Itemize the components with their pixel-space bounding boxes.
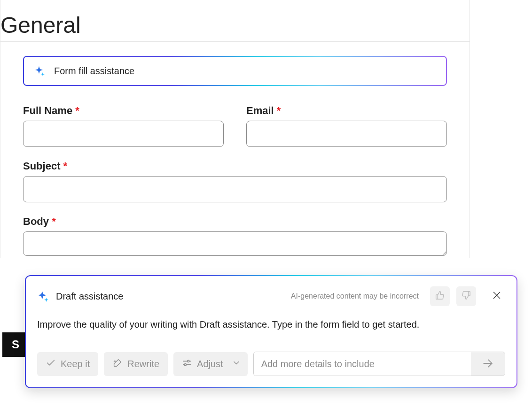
required-star: * [75,105,79,116]
required-star: * [63,160,68,172]
email-label: Email * [246,105,281,117]
ai-disclaimer: AI-generated content may be incorrect [291,292,419,300]
close-button[interactable] [488,288,505,305]
required-star: * [277,105,281,116]
sparkle-icon [37,290,49,302]
adjust-label: Adjust [197,359,223,369]
thumbs-down-icon [461,290,471,302]
body-label: Body * [23,215,56,228]
draft-assistance-title: Draft assistance [56,291,123,302]
email-input[interactable] [246,121,447,147]
send-button[interactable] [471,352,505,376]
subject-label: Subject * [23,160,67,172]
page-title: General [0,0,469,42]
sparkle-icon [34,65,46,77]
full-name-label: Full Name * [23,105,79,117]
email-label-text: Email [246,105,274,116]
rewrite-label: Rewrite [127,359,159,369]
required-star: * [52,215,56,227]
adjust-button[interactable]: Adjust [173,352,248,376]
checkmark-icon [46,358,56,370]
body-textarea[interactable] [23,231,447,256]
add-details-input[interactable] [254,352,471,376]
close-icon [492,291,501,302]
thumbs-up-icon [435,290,445,302]
chevron-down-icon [232,358,241,370]
thumbs-up-button[interactable] [430,286,450,306]
form-fill-assistance-label: Form fill assistance [54,66,134,77]
svg-point-3 [188,360,189,362]
rewrite-icon [112,358,123,370]
svg-point-5 [184,363,186,365]
draft-description: Improve the quality of your writing with… [37,319,505,330]
keep-it-label: Keep it [61,359,90,369]
form-fill-assistance-banner[interactable]: Form fill assistance [23,56,447,86]
full-name-input[interactable] [23,121,224,147]
thumbs-down-button[interactable] [456,286,476,306]
draft-assistance-panel: Draft assistance AI-generated content ma… [25,275,517,388]
keep-it-button[interactable]: Keep it [37,352,98,376]
subject-label-text: Subject [23,160,60,172]
subject-input[interactable] [23,176,447,202]
rewrite-button[interactable]: Rewrite [104,352,168,376]
body-label-text: Body [23,215,49,227]
sliders-icon [182,358,192,370]
full-name-label-text: Full Name [23,105,72,116]
arrow-right-icon [482,357,494,371]
